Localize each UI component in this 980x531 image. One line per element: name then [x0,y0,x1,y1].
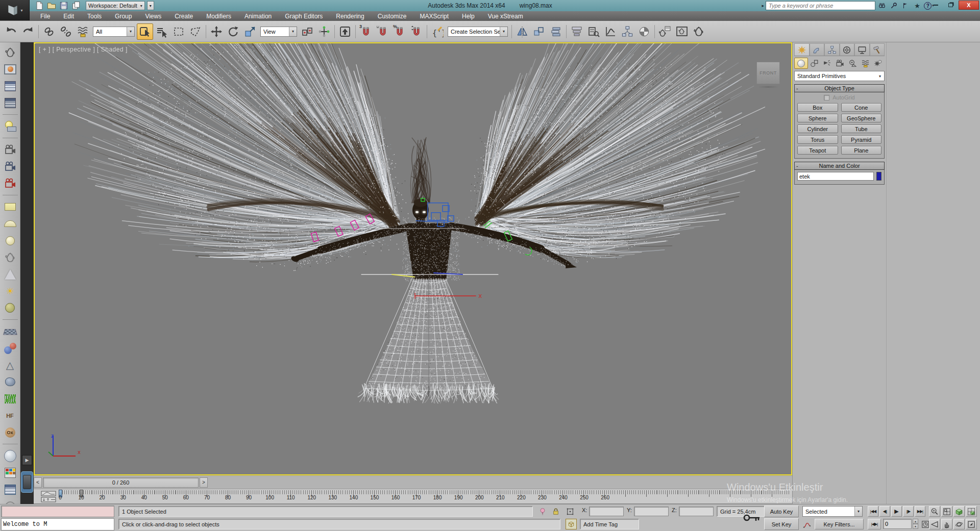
subtab-helpers[interactable] [846,58,859,69]
teapot-primitive-button[interactable] [2,249,19,266]
current-frame-field[interactable] [883,519,912,529]
script-export-button[interactable] [2,481,19,498]
frame-spinner[interactable]: ▲▼ [913,519,918,529]
parameter-panel-button[interactable] [2,94,19,111]
pyramid-helper-button[interactable]: △ [2,357,19,373]
x-coordinate-field[interactable] [589,507,624,516]
menu-item[interactable]: Group [108,11,138,21]
auto-key-button[interactable]: Auto Key [764,505,799,517]
set-key-button[interactable]: Set Key [764,518,799,530]
select-and-move-button[interactable] [208,23,225,40]
scene-explorer-button[interactable] [585,23,602,40]
rectangular-selection-region-button[interactable] [170,23,187,40]
select-and-scale-button[interactable] [242,23,258,40]
checker-plane-button[interactable] [2,323,19,340]
collapse-search-icon[interactable]: ▸ [762,3,764,8]
reference-coordinate-system-dropdown[interactable]: View▾ [260,27,297,37]
key-filter-scope-dropdown[interactable]: Selected▾ [802,506,863,517]
selection-lock-icon[interactable] [550,506,561,517]
close-button[interactable]: X [959,1,979,10]
manage-layers-button[interactable] [548,23,564,40]
track-bar[interactable]: 0102030405060708090100110120130140150160… [34,489,792,504]
light-setup-button[interactable] [2,118,19,135]
object-type-button[interactable]: Sphere [797,114,838,122]
tab-utilities[interactable] [870,43,885,56]
subtab-shapes[interactable] [808,58,821,69]
image-palette-button[interactable] [2,464,19,481]
set-keys-button[interactable] [741,508,763,528]
menu-item[interactable]: MAXScript [413,11,455,21]
menu-item[interactable]: File [34,11,57,21]
listener-panel-button[interactable] [2,78,19,94]
field-of-view-button[interactable] [929,519,940,529]
transform-gizmo-icon[interactable] [565,506,576,517]
rendered-frame-window-button[interactable] [674,23,690,40]
scene-canvas[interactable] [35,43,791,474]
autogrid-checkbox[interactable] [824,95,829,100]
material-editor-button[interactable] [636,23,652,40]
menu-item[interactable]: Rendering [329,11,371,21]
menu-item[interactable]: Customize [371,11,413,21]
save-file-button[interactable] [58,1,69,10]
object-type-button[interactable]: Box [797,103,838,112]
tab-create[interactable] [794,43,810,56]
select-by-name-button[interactable] [154,23,170,40]
object-type-button[interactable]: Cone [841,103,882,112]
menu-item[interactable]: Graph Editors [278,11,329,21]
object-type-button[interactable]: Cylinder [797,124,838,133]
camera-night-button[interactable] [2,158,19,175]
default-in-out-tangent-icon[interactable] [801,519,813,530]
select-object-button[interactable] [137,23,153,40]
search-input[interactable] [766,1,875,10]
tab-modify[interactable] [810,43,825,56]
subtab-systems[interactable] [872,58,885,69]
select-and-link-button[interactable] [41,23,57,40]
curve-editor-button[interactable] [602,23,619,40]
object-type-rollout-header[interactable]: - Object Type [794,84,885,92]
percent-snap-toggle[interactable]: % [391,23,408,40]
communication-center-icon[interactable] [900,1,911,10]
render-frame-button[interactable] [2,61,19,78]
favorites-star-icon[interactable]: ★ [912,1,922,10]
fetch-button[interactable] [70,1,82,10]
timeline-ruler[interactable]: 0102030405060708090100110120130140150160… [60,489,790,503]
name-color-rollout-header[interactable]: - Name and Color [794,162,885,170]
z-coordinate-field[interactable] [679,507,714,516]
stereo-camera-button[interactable] [2,175,19,192]
object-color-swatch[interactable] [876,172,881,181]
select-and-manipulate-button[interactable] [316,23,332,40]
bind-to-space-warp-button[interactable] [75,23,91,40]
zoom-extents-all-button[interactable] [966,506,977,517]
maxscript-mini-listener-macro[interactable] [1,505,114,517]
tab-hierarchy[interactable] [824,43,840,56]
menu-item[interactable]: Vue xStream [481,11,530,21]
menu-item[interactable]: Create [168,11,200,21]
angle-snap-toggle[interactable] [375,23,391,40]
zoom-button[interactable] [929,506,940,517]
tab-display[interactable] [854,43,870,56]
application-menu-button[interactable]: ▾ [0,0,30,20]
restore-button[interactable] [944,1,958,10]
big-sphere-button[interactable] [2,447,19,464]
orbit-button[interactable] [953,519,965,529]
toggle-ribbon-button[interactable] [569,23,585,40]
subtab-cameras[interactable] [834,58,846,69]
molecule-button[interactable] [2,340,19,357]
render-setup-button[interactable] [657,23,673,40]
open-file-button[interactable] [46,1,57,10]
grass-object-button[interactable] [2,390,19,407]
toolbar-flyout-button[interactable]: ▾ [147,1,154,10]
go-to-start-button[interactable]: |◀◀ [868,506,878,517]
align-button[interactable] [531,23,547,40]
olive-sphere-button[interactable] [2,299,19,316]
time-slider[interactable]: 0 / 260 [43,477,199,488]
go-to-end-button[interactable]: ▶▶| [915,506,925,517]
key-mode-toggle[interactable]: |◀▶| [868,519,881,529]
workspace-dropdown[interactable]: Workspace: Default ▾ [86,1,145,10]
named-selection-sets-dropdown[interactable]: Create Selection Se▾ [448,27,508,37]
rock-object-button[interactable] [2,373,19,390]
dome-primitive-button[interactable] [2,215,19,232]
category-dropdown[interactable]: Standard Primitives ▾ [794,71,885,81]
keyboard-shortcut-override-toggle[interactable] [337,23,353,40]
menu-item[interactable]: Edit [57,11,81,21]
